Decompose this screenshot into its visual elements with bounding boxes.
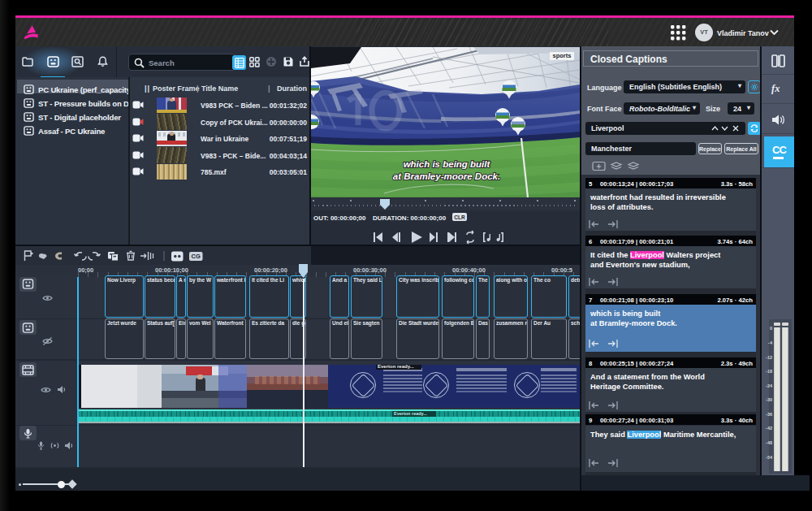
svg-text:CG: CG — [192, 253, 201, 260]
svg-text:at Bramley-moore Dock.: at Bramley-moore Dock. — [393, 171, 500, 181]
svg-text:which is being built: which is being built — [404, 159, 491, 169]
